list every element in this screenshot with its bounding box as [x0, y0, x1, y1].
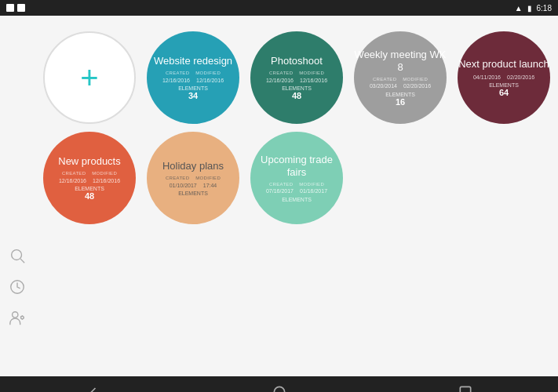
- signal-icon: ▲: [515, 4, 523, 13]
- new-products-elements-count: 48: [85, 191, 94, 201]
- weekly-meeting-meta: CREATED MODIFIED 03/20/2014 02/20/2016: [370, 77, 431, 90]
- phone-icon: [6, 4, 14, 12]
- website-redesign-circle[interactable]: Website redesign CREATED MODIFIED 12/16/…: [147, 31, 239, 124]
- circles-row-1: + Website redesign CREATED MODIFIED 12/1…: [43, 31, 527, 124]
- photoshoot-modified-label: MODIFIED: [299, 71, 324, 77]
- photoshoot-modified-date: 12/16/2016: [300, 77, 327, 84]
- upcoming-trade-fairs-meta: CREATED MODIFIED 07/16/2017 01/16/2017: [266, 182, 327, 195]
- photoshoot-created-label: CREATED: [269, 71, 293, 77]
- trade-created-date: 07/16/2017: [266, 187, 294, 194]
- holiday-modified-date: 17:44: [203, 182, 217, 189]
- website-elements-count: 34: [188, 91, 198, 100]
- svg-point-9: [274, 387, 284, 392]
- website-redesign-title: Website redesign: [154, 55, 232, 67]
- holiday-plans-circle[interactable]: Holiday plans CREATED MODIFIED 01/10/201…: [147, 132, 239, 224]
- photoshoot-circle[interactable]: Photoshoot CREATED MODIFIED 12/16/2016 1…: [250, 31, 343, 124]
- status-bar-left: [6, 4, 25, 12]
- add-circle-button[interactable]: +: [43, 31, 136, 124]
- weekly-elements-label: ELEMENTS: [385, 92, 415, 97]
- website-modified-date: 12/16/2016: [196, 77, 224, 84]
- svg-point-3: [13, 312, 18, 318]
- clock-icon: [9, 278, 26, 296]
- recent-button[interactable]: [454, 381, 476, 392]
- holiday-modified-label: MODIFIED: [195, 176, 221, 182]
- next-product-launch-circle[interactable]: Next product launch 04/11/2016 02/20/201…: [458, 31, 550, 124]
- weekly-meeting-circle[interactable]: Weekly meeting WK 8 CREATED MODIFIED 03/…: [354, 31, 447, 124]
- user-settings-icon: [9, 310, 26, 327]
- weekly-modified-date: 02/20/2016: [403, 82, 431, 89]
- battery-icon: ▮: [527, 4, 532, 13]
- home-icon: [272, 384, 287, 392]
- circles-container: + Website redesign CREATED MODIFIED 12/1…: [0, 16, 558, 376]
- photoshoot-meta: CREATED MODIFIED 12/16/2016 12/16/2016: [266, 71, 327, 84]
- upcoming-trade-fairs-title: Upcoming trade fairs: [250, 154, 343, 178]
- website-redesign-meta: CREATED MODIFIED 12/16/2016 12/16/2016: [162, 71, 224, 84]
- new-products-modified-date: 12/16/2016: [93, 177, 120, 184]
- trade-elements-label: ELEMENTS: [282, 197, 312, 202]
- tablet-icon: [17, 4, 25, 12]
- back-button[interactable]: [82, 381, 104, 392]
- holiday-plans-title: Holiday plans: [162, 160, 224, 172]
- next-product-modified-date: 02/20/2016: [507, 74, 534, 81]
- trade-created-label: CREATED: [269, 182, 293, 188]
- recent-icon: [458, 384, 473, 392]
- search-icon: [9, 247, 26, 264]
- weekly-created-date: 03/20/2014: [370, 82, 397, 89]
- upcoming-trade-fairs-circle[interactable]: Upcoming trade fairs CREATED MODIFIED 07…: [250, 132, 343, 224]
- circles-row-2: New products CREATED MODIFIED 12/16/2016…: [43, 132, 527, 224]
- new-products-modified-label: MODIFIED: [92, 171, 117, 177]
- next-product-elements-count: 64: [499, 88, 509, 97]
- photoshoot-created-date: 12/16/2016: [266, 77, 294, 84]
- new-products-circle[interactable]: New products CREATED MODIFIED 12/16/2016…: [43, 132, 136, 224]
- new-products-created-date: 12/16/2016: [59, 177, 86, 184]
- next-product-meta: 04/11/2016 02/20/2016: [473, 74, 534, 81]
- holiday-plans-meta: CREATED MODIFIED 01/10/2017 17:44: [166, 176, 221, 189]
- trade-modified-label: MODIFIED: [299, 182, 324, 188]
- new-products-title: New products: [58, 155, 120, 168]
- svg-rect-10: [460, 387, 470, 392]
- status-bar: ▲ ▮ 6:18: [0, 0, 558, 16]
- plus-icon: +: [80, 60, 98, 96]
- time-display: 6:18: [537, 4, 552, 13]
- home-button[interactable]: [268, 381, 290, 392]
- svg-line-8: [24, 318, 24, 318]
- website-created-date: 12/16/2016: [162, 77, 190, 84]
- weekly-modified-label: MODIFIED: [403, 77, 428, 83]
- created-label: CREATED: [166, 71, 189, 77]
- modified-label: MODIFIED: [195, 71, 221, 77]
- back-icon: [86, 384, 101, 392]
- new-products-elements-label: ELEMENTS: [75, 186, 104, 191]
- photoshoot-elements-label: ELEMENTS: [282, 85, 312, 91]
- website-elements-label: ELEMENTS: [178, 85, 208, 91]
- new-products-created-label: CREATED: [62, 171, 86, 177]
- next-product-created-date: 04/11/2016: [473, 74, 501, 81]
- weekly-created-label: CREATED: [373, 77, 396, 83]
- status-bar-right: ▲ ▮ 6:18: [515, 4, 552, 13]
- next-product-elements-label: ELEMENTS: [489, 82, 519, 88]
- search-sidebar-button[interactable]: [6, 245, 28, 267]
- refresh-sidebar-button[interactable]: [6, 276, 28, 298]
- trade-modified-date: 01/16/2017: [300, 187, 327, 194]
- svg-point-0: [12, 250, 22, 260]
- photoshoot-elements-count: 48: [292, 91, 301, 100]
- next-product-title: Next product launch: [458, 58, 549, 71]
- weekly-meeting-title: Weekly meeting WK 8: [354, 49, 447, 73]
- holiday-elements-label: ELEMENTS: [178, 191, 208, 196]
- settings-sidebar-button[interactable]: [6, 307, 28, 329]
- sidebar: [0, 16, 35, 376]
- holiday-created-label: CREATED: [166, 176, 189, 182]
- photoshoot-title: Photoshoot: [271, 55, 323, 67]
- holiday-created-date: 01/10/2017: [170, 182, 197, 189]
- new-products-meta: CREATED MODIFIED 12/16/2016 12/16/2016: [59, 171, 120, 184]
- svg-line-1: [20, 259, 24, 263]
- bottom-nav: [0, 376, 558, 392]
- svg-line-7: [20, 317, 21, 318]
- main-content: + Website redesign CREATED MODIFIED 12/1…: [0, 16, 558, 376]
- weekly-elements-count: 16: [396, 97, 405, 107]
